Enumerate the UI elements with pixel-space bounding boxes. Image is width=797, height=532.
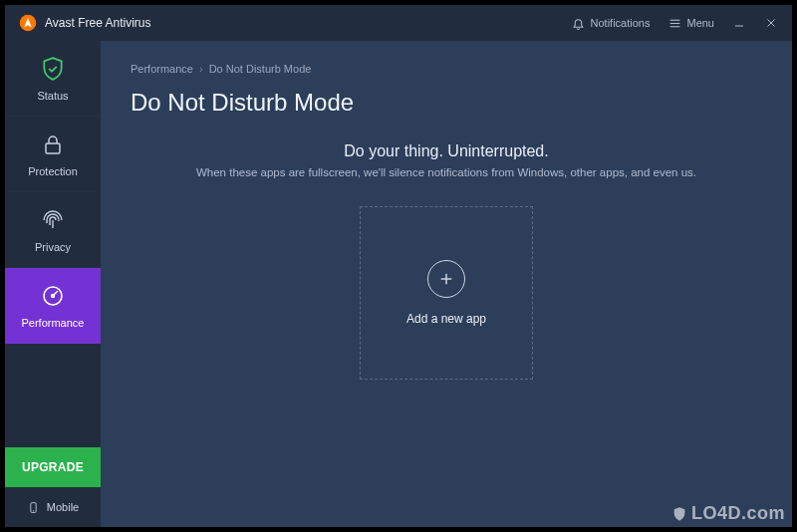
- sidebar-item-protection[interactable]: Protection: [5, 117, 101, 192]
- sidebar-item-mobile[interactable]: Mobile: [5, 487, 101, 527]
- breadcrumb: Performance › Do Not Disturb Mode: [131, 63, 762, 75]
- watermark: LO4D.com: [671, 503, 785, 524]
- sidebar: Status Protection Privacy Performance: [5, 41, 101, 527]
- svg-point-9: [52, 295, 55, 298]
- menu-label: Menu: [686, 17, 714, 29]
- upgrade-label: UPGRADE: [22, 460, 84, 474]
- chevron-right-icon: ›: [199, 63, 203, 75]
- breadcrumb-parent[interactable]: Performance: [131, 63, 193, 75]
- sidebar-item-privacy[interactable]: Privacy: [5, 192, 101, 268]
- page-title: Do Not Disturb Mode: [131, 89, 762, 117]
- lock-icon: [39, 131, 67, 158]
- bell-icon: [572, 16, 586, 30]
- notifications-button[interactable]: Notifications: [572, 16, 651, 30]
- sidebar-item-performance[interactable]: Performance: [5, 268, 101, 344]
- titlebar-right: Notifications Menu: [572, 16, 778, 30]
- close-button[interactable]: [764, 16, 778, 30]
- sidebar-item-label: Status: [37, 90, 68, 102]
- add-new-app-card[interactable]: Add a new app: [360, 206, 533, 380]
- hamburger-icon: [667, 16, 681, 30]
- titlebar: Avast Free Antivirus Notifications Menu: [5, 5, 792, 41]
- breadcrumb-current: Do Not Disturb Mode: [209, 63, 312, 75]
- watermark-shield-icon: [671, 506, 687, 522]
- sidebar-item-label: Protection: [28, 165, 78, 177]
- avast-logo-icon: [19, 14, 37, 32]
- window-body: Status Protection Privacy Performance: [5, 41, 792, 527]
- sidebar-item-label: Privacy: [35, 241, 71, 253]
- sidebar-spacer: [5, 344, 101, 447]
- menu-button[interactable]: Menu: [667, 16, 714, 30]
- plus-circle-icon: [427, 260, 465, 298]
- app-title: Avast Free Antivirus: [45, 16, 151, 30]
- upgrade-button[interactable]: UPGRADE: [5, 447, 101, 487]
- svg-rect-7: [46, 143, 60, 153]
- add-new-app-label: Add a new app: [406, 312, 486, 326]
- sidebar-item-label: Performance: [22, 317, 85, 329]
- fingerprint-icon: [39, 206, 67, 234]
- mobile-label: Mobile: [47, 501, 79, 513]
- main-content: Performance › Do Not Disturb Mode Do Not…: [101, 41, 792, 527]
- page-description: When these apps are fullscreen, we'll si…: [131, 166, 762, 178]
- notifications-label: Notifications: [591, 17, 651, 29]
- mobile-icon: [27, 501, 40, 514]
- shield-check-icon: [39, 55, 67, 83]
- titlebar-left: Avast Free Antivirus: [19, 14, 151, 32]
- minimize-button[interactable]: [732, 16, 746, 30]
- page-heading: Do your thing. Uninterrupted.: [131, 142, 762, 160]
- gauge-icon: [39, 282, 67, 310]
- sidebar-item-status[interactable]: Status: [5, 41, 101, 117]
- app-window: Avast Free Antivirus Notifications Menu: [5, 5, 792, 527]
- watermark-text: LO4D.com: [691, 503, 785, 524]
